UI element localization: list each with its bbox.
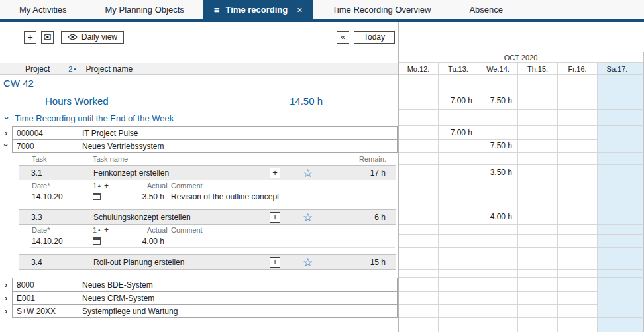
grid-cell[interactable] bbox=[439, 165, 478, 180]
grid-cell[interactable] bbox=[598, 165, 637, 180]
view-select[interactable]: Daily view bbox=[61, 31, 124, 44]
booking-sort-indicator[interactable]: 1▲+ bbox=[93, 181, 109, 190]
expand-icon[interactable]: › bbox=[5, 307, 7, 315]
favorite-star-icon[interactable]: ☆ bbox=[303, 211, 313, 223]
sort-indicator[interactable]: 2▲ bbox=[68, 65, 77, 73]
menu-icon[interactable]: ≡ bbox=[214, 4, 220, 15]
previous-week-button[interactable]: « bbox=[337, 31, 349, 44]
close-icon[interactable]: × bbox=[297, 5, 302, 15]
project-id-cell[interactable]: 000004 bbox=[12, 126, 78, 140]
grid-cell[interactable] bbox=[399, 254, 439, 270]
project-id-cell[interactable]: 7000 bbox=[12, 139, 78, 153]
section-label[interactable]: Time Recording until the End of the Week bbox=[15, 113, 174, 123]
project-column-header[interactable]: Project bbox=[25, 64, 50, 74]
grid-cell[interactable] bbox=[598, 126, 637, 140]
expand-icon[interactable]: › bbox=[5, 294, 7, 302]
grid-cell[interactable]: 4.00 h bbox=[478, 209, 518, 225]
grid-cell[interactable]: 7.50 h bbox=[478, 139, 518, 153]
day-header[interactable]: Fr.16. bbox=[558, 63, 598, 75]
day-header[interactable]: Sa.17. bbox=[598, 63, 637, 75]
grid-cell[interactable] bbox=[518, 304, 558, 318]
expand-icon[interactable]: › bbox=[5, 280, 7, 289]
project-id-cell[interactable]: 8000 bbox=[12, 278, 78, 292]
booking-actual[interactable]: 3.50 h bbox=[123, 192, 164, 201]
add-booking-button[interactable]: + bbox=[270, 168, 280, 178]
project-name-cell[interactable]: Neues CRM-System bbox=[78, 291, 398, 305]
booking-actual[interactable]: 4.00 h bbox=[123, 237, 164, 246]
grid-cell[interactable] bbox=[439, 278, 478, 292]
calendar-icon[interactable] bbox=[93, 193, 101, 200]
task-cell[interactable]: 3.1 Feinkonzept erstellen + ☆ 17 h bbox=[19, 165, 396, 180]
grid-cell[interactable] bbox=[399, 304, 439, 318]
booking-date[interactable]: 14.10.20 bbox=[32, 192, 63, 201]
grid-cell[interactable] bbox=[439, 304, 478, 318]
grid-cell[interactable] bbox=[558, 304, 598, 318]
day-header[interactable]: Tu.13. bbox=[439, 63, 478, 75]
booking-date[interactable]: 14.10.20 bbox=[32, 237, 63, 246]
project-id-cell[interactable]: S+W 20XX bbox=[12, 304, 78, 318]
grid-cell[interactable] bbox=[518, 209, 558, 225]
grid-cell[interactable] bbox=[399, 165, 439, 180]
project-id-cell[interactable]: E001 bbox=[12, 291, 78, 305]
grid-cell[interactable] bbox=[399, 126, 439, 140]
tab-absence[interactable]: Absence bbox=[450, 0, 522, 19]
grid-cell[interactable] bbox=[399, 209, 439, 225]
expand-icon[interactable]: › bbox=[5, 129, 7, 137]
favorite-star-icon[interactable]: ☆ bbox=[303, 167, 313, 178]
grid-cell[interactable] bbox=[439, 291, 478, 305]
add-button[interactable]: + bbox=[24, 31, 36, 44]
day-header[interactable]: Th.15. bbox=[518, 63, 558, 75]
grid-cell[interactable] bbox=[399, 291, 439, 305]
grid-cell[interactable] bbox=[598, 209, 637, 225]
tab-time-recording[interactable]: ≡ Time recording × bbox=[203, 0, 313, 19]
project-name-column-header[interactable]: Project name bbox=[85, 64, 133, 74]
grid-cell[interactable] bbox=[478, 278, 518, 292]
day-header[interactable]: We.14. bbox=[478, 63, 518, 75]
add-row-icon[interactable]: + bbox=[104, 181, 109, 190]
project-name-cell[interactable]: Systempflege und Wartung bbox=[78, 304, 398, 318]
grid-cell[interactable] bbox=[518, 126, 558, 140]
grid-cell[interactable] bbox=[598, 291, 637, 305]
grid-cell[interactable] bbox=[518, 165, 558, 180]
day-header[interactable]: Mo.12. bbox=[399, 63, 439, 75]
booking-comment[interactable]: Revision of the outline concept bbox=[171, 192, 279, 201]
grid-cell[interactable] bbox=[598, 254, 637, 270]
grid-cell[interactable]: 7.00 h bbox=[439, 126, 478, 140]
favorite-star-icon[interactable]: ☆ bbox=[303, 256, 313, 268]
grid-cell[interactable] bbox=[478, 126, 518, 140]
grid-cell[interactable] bbox=[399, 139, 439, 153]
grid-cell[interactable] bbox=[558, 126, 598, 140]
tab-my-planning-objects[interactable]: My Planning Objects bbox=[86, 0, 203, 19]
add-booking-button[interactable]: + bbox=[270, 257, 280, 268]
grid-cell[interactable] bbox=[558, 254, 598, 270]
tab-my-activities[interactable]: My Activities bbox=[0, 0, 86, 19]
project-name-cell[interactable]: IT Project Pulse bbox=[78, 126, 398, 140]
grid-cell[interactable] bbox=[478, 254, 518, 270]
task-cell[interactable]: 3.4 Roll-out Planung erstellen + ☆ 15 h bbox=[19, 254, 396, 270]
grid-cell[interactable] bbox=[558, 278, 598, 292]
project-name-cell[interactable]: Neues BDE-System bbox=[78, 278, 398, 292]
grid-cell[interactable] bbox=[598, 139, 637, 153]
tab-time-recording-overview[interactable]: Time Recording Overview bbox=[313, 0, 450, 19]
grid-cell[interactable] bbox=[558, 139, 598, 153]
grid-cell[interactable] bbox=[439, 139, 478, 153]
calendar-week-label[interactable]: CW 42 bbox=[0, 75, 398, 91]
grid-cell[interactable] bbox=[558, 291, 598, 305]
grid-cell[interactable] bbox=[399, 278, 439, 292]
grid-cell[interactable] bbox=[598, 304, 637, 318]
grid-cell[interactable] bbox=[478, 291, 518, 305]
grid-cell[interactable] bbox=[439, 254, 478, 270]
grid-cell[interactable] bbox=[558, 209, 598, 225]
grid-cell[interactable] bbox=[478, 304, 518, 318]
grid-cell[interactable] bbox=[518, 254, 558, 270]
booking-sort-indicator[interactable]: 1▲+ bbox=[93, 225, 109, 235]
grid-cell[interactable] bbox=[439, 209, 478, 225]
grid-cell[interactable] bbox=[518, 139, 558, 153]
collapse-icon[interactable]: › bbox=[3, 117, 11, 119]
project-name-cell[interactable]: Neues Vertriebssystem bbox=[78, 139, 398, 153]
collapse-icon[interactable]: › bbox=[2, 144, 11, 146]
grid-cell[interactable]: 3.50 h bbox=[478, 165, 518, 180]
grid-cell[interactable] bbox=[598, 278, 637, 292]
mail-button[interactable]: ✉ bbox=[41, 31, 54, 44]
grid-cell[interactable] bbox=[518, 291, 558, 305]
